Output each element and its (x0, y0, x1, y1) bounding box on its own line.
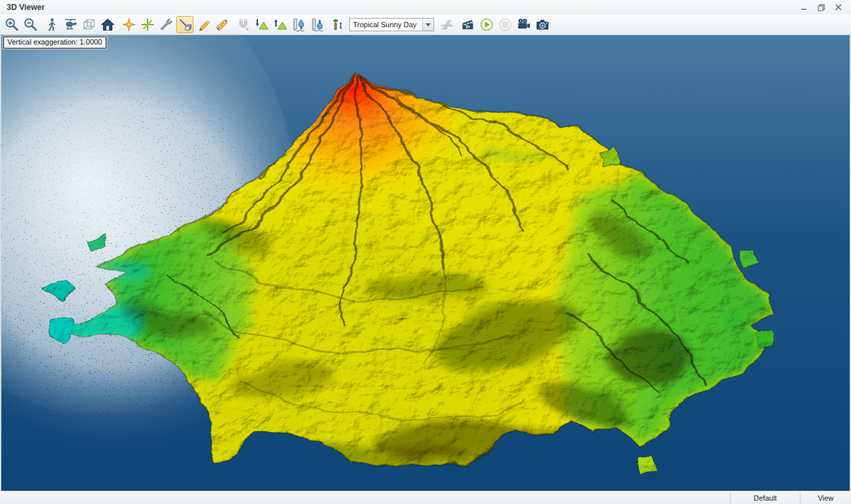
status-default: Default (730, 491, 800, 504)
vegetation-height-button[interactable] (328, 16, 345, 33)
tree-height-icon (329, 17, 344, 32)
lower-terrain-icon (255, 17, 269, 32)
magnet-icon (236, 17, 251, 32)
status-view: View (800, 491, 851, 504)
star-pivot-icon (122, 17, 136, 32)
restore-icon (818, 4, 825, 11)
snap-button (235, 16, 252, 33)
raise-water-icon (310, 17, 325, 32)
stop-icon (498, 17, 513, 32)
flythrough-button (438, 16, 455, 33)
lower-water-level-button[interactable] (291, 16, 308, 33)
play-button[interactable] (478, 16, 495, 33)
wireframe-cube-icon (82, 17, 96, 32)
walk-person-icon (45, 17, 59, 32)
sky-preset-value: Tropical Sunny Day (350, 21, 422, 29)
play-icon (479, 17, 494, 32)
zoom-out-icon (23, 17, 38, 32)
toolbar: Tropical Sunny Day (0, 15, 851, 35)
axes-cross-icon (140, 17, 155, 32)
minimize-icon (800, 4, 807, 11)
home-icon (100, 17, 115, 32)
reset-view-button[interactable] (99, 16, 116, 33)
capture-screenshot-button[interactable] (534, 16, 551, 33)
center-pivot-button[interactable] (120, 16, 138, 33)
pencil-icon (196, 17, 211, 32)
clapperboard-icon (461, 17, 475, 32)
close-icon (835, 4, 842, 11)
show-axes-button[interactable] (139, 16, 156, 33)
status-bar: Default View (0, 491, 851, 504)
walk-mode-button[interactable] (43, 16, 61, 33)
title-bar: 3D Viewer (0, 0, 851, 15)
lower-water-icon (292, 17, 306, 32)
restore-button[interactable] (812, 1, 830, 13)
minimize-button[interactable] (795, 1, 812, 13)
3d-viewer-window: 3D Viewer (0, 0, 851, 504)
cross-section-icon (178, 17, 192, 32)
zoom-in-icon (5, 17, 19, 32)
raise-terrain-button[interactable] (272, 16, 289, 33)
photo-camera-icon (535, 17, 550, 32)
status-spacer (0, 491, 730, 504)
ruler-measure-icon (215, 17, 229, 32)
raise-water-level-button[interactable] (309, 16, 326, 33)
free-rotate-button[interactable] (80, 16, 98, 33)
chevron-down-icon[interactable] (422, 19, 433, 31)
close-button[interactable] (830, 1, 847, 13)
stop-button (497, 16, 514, 33)
sky-preset-dropdown[interactable]: Tropical Sunny Day (349, 18, 434, 31)
display-options-button[interactable] (158, 16, 175, 33)
fly-mode-button[interactable] (62, 16, 79, 33)
helicopter-icon (63, 17, 78, 32)
movie-camera-icon (517, 17, 531, 32)
draw-button[interactable] (195, 16, 212, 33)
window-title: 3D Viewer (7, 3, 795, 12)
airplane-slash-icon (439, 17, 454, 32)
lower-terrain-button[interactable] (253, 16, 271, 33)
measure-button[interactable] (213, 16, 231, 33)
terrain-scene (1, 35, 850, 491)
vertical-exaggeration-label: Vertical exaggeration: 1.0000 (3, 37, 106, 49)
3d-viewport[interactable]: Vertical exaggeration: 1.0000 (0, 35, 851, 491)
raise-terrain-icon (273, 17, 288, 32)
zoom-out-button[interactable] (22, 16, 39, 33)
record-movie-button[interactable] (459, 16, 477, 33)
wrench-icon (159, 17, 174, 32)
zoom-in-button[interactable] (3, 16, 21, 33)
cross-section-button[interactable] (176, 16, 193, 33)
capture-video-button[interactable] (515, 16, 533, 33)
